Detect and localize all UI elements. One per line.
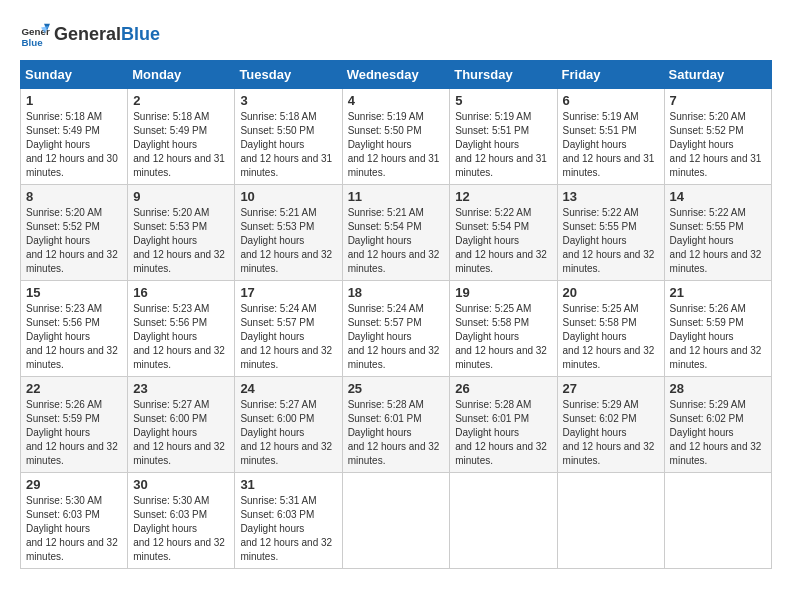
day-info: Sunrise: 5:24 AM Sunset: 5:57 PM Dayligh…: [240, 302, 336, 372]
day-number: 15: [26, 285, 122, 300]
day-info: Sunrise: 5:18 AM Sunset: 5:49 PM Dayligh…: [133, 110, 229, 180]
day-info: Sunrise: 5:30 AM Sunset: 6:03 PM Dayligh…: [133, 494, 229, 564]
calendar-day-12: 12 Sunrise: 5:22 AM Sunset: 5:54 PM Dayl…: [450, 185, 557, 281]
calendar-day-14: 14 Sunrise: 5:22 AM Sunset: 5:55 PM Dayl…: [664, 185, 771, 281]
day-number: 5: [455, 93, 551, 108]
page-header: General Blue GeneralBlue: [20, 20, 772, 50]
day-number: 10: [240, 189, 336, 204]
day-info: Sunrise: 5:19 AM Sunset: 5:51 PM Dayligh…: [563, 110, 659, 180]
calendar-day-10: 10 Sunrise: 5:21 AM Sunset: 5:53 PM Dayl…: [235, 185, 342, 281]
day-number: 11: [348, 189, 445, 204]
day-number: 7: [670, 93, 766, 108]
weekday-header-saturday: Saturday: [664, 61, 771, 89]
empty-cell: [342, 473, 450, 569]
day-info: Sunrise: 5:29 AM Sunset: 6:02 PM Dayligh…: [563, 398, 659, 468]
calendar-day-5: 5 Sunrise: 5:19 AM Sunset: 5:51 PM Dayli…: [450, 89, 557, 185]
calendar-day-4: 4 Sunrise: 5:19 AM Sunset: 5:50 PM Dayli…: [342, 89, 450, 185]
day-number: 30: [133, 477, 229, 492]
calendar-day-26: 26 Sunrise: 5:28 AM Sunset: 6:01 PM Dayl…: [450, 377, 557, 473]
calendar-day-9: 9 Sunrise: 5:20 AM Sunset: 5:53 PM Dayli…: [128, 185, 235, 281]
calendar-week-3: 15 Sunrise: 5:23 AM Sunset: 5:56 PM Dayl…: [21, 281, 772, 377]
calendar-day-13: 13 Sunrise: 5:22 AM Sunset: 5:55 PM Dayl…: [557, 185, 664, 281]
day-number: 3: [240, 93, 336, 108]
calendar-day-25: 25 Sunrise: 5:28 AM Sunset: 6:01 PM Dayl…: [342, 377, 450, 473]
weekday-header-sunday: Sunday: [21, 61, 128, 89]
logo: General Blue GeneralBlue: [20, 20, 160, 50]
day-number: 23: [133, 381, 229, 396]
calendar-table: SundayMondayTuesdayWednesdayThursdayFrid…: [20, 60, 772, 569]
calendar-day-30: 30 Sunrise: 5:30 AM Sunset: 6:03 PM Dayl…: [128, 473, 235, 569]
calendar-day-16: 16 Sunrise: 5:23 AM Sunset: 5:56 PM Dayl…: [128, 281, 235, 377]
calendar-body: 1 Sunrise: 5:18 AM Sunset: 5:49 PM Dayli…: [21, 89, 772, 569]
day-info: Sunrise: 5:23 AM Sunset: 5:56 PM Dayligh…: [133, 302, 229, 372]
day-number: 2: [133, 93, 229, 108]
calendar-day-17: 17 Sunrise: 5:24 AM Sunset: 5:57 PM Dayl…: [235, 281, 342, 377]
day-info: Sunrise: 5:24 AM Sunset: 5:57 PM Dayligh…: [348, 302, 445, 372]
day-info: Sunrise: 5:18 AM Sunset: 5:50 PM Dayligh…: [240, 110, 336, 180]
day-number: 31: [240, 477, 336, 492]
day-info: Sunrise: 5:21 AM Sunset: 5:53 PM Dayligh…: [240, 206, 336, 276]
day-info: Sunrise: 5:29 AM Sunset: 6:02 PM Dayligh…: [670, 398, 766, 468]
empty-cell: [557, 473, 664, 569]
calendar-day-11: 11 Sunrise: 5:21 AM Sunset: 5:54 PM Dayl…: [342, 185, 450, 281]
day-number: 21: [670, 285, 766, 300]
day-number: 19: [455, 285, 551, 300]
day-number: 14: [670, 189, 766, 204]
calendar-day-31: 31 Sunrise: 5:31 AM Sunset: 6:03 PM Dayl…: [235, 473, 342, 569]
weekday-header-monday: Monday: [128, 61, 235, 89]
day-info: Sunrise: 5:26 AM Sunset: 5:59 PM Dayligh…: [670, 302, 766, 372]
day-number: 8: [26, 189, 122, 204]
day-number: 25: [348, 381, 445, 396]
calendar-day-29: 29 Sunrise: 5:30 AM Sunset: 6:03 PM Dayl…: [21, 473, 128, 569]
calendar-day-27: 27 Sunrise: 5:29 AM Sunset: 6:02 PM Dayl…: [557, 377, 664, 473]
calendar-day-24: 24 Sunrise: 5:27 AM Sunset: 6:00 PM Dayl…: [235, 377, 342, 473]
day-info: Sunrise: 5:20 AM Sunset: 5:52 PM Dayligh…: [670, 110, 766, 180]
day-number: 28: [670, 381, 766, 396]
day-number: 6: [563, 93, 659, 108]
logo-icon: General Blue: [20, 20, 50, 50]
day-number: 29: [26, 477, 122, 492]
day-info: Sunrise: 5:19 AM Sunset: 5:51 PM Dayligh…: [455, 110, 551, 180]
day-info: Sunrise: 5:28 AM Sunset: 6:01 PM Dayligh…: [348, 398, 445, 468]
day-info: Sunrise: 5:28 AM Sunset: 6:01 PM Dayligh…: [455, 398, 551, 468]
calendar-week-4: 22 Sunrise: 5:26 AM Sunset: 5:59 PM Dayl…: [21, 377, 772, 473]
calendar-day-20: 20 Sunrise: 5:25 AM Sunset: 5:58 PM Dayl…: [557, 281, 664, 377]
day-number: 26: [455, 381, 551, 396]
day-number: 9: [133, 189, 229, 204]
day-number: 27: [563, 381, 659, 396]
day-info: Sunrise: 5:20 AM Sunset: 5:52 PM Dayligh…: [26, 206, 122, 276]
calendar-day-2: 2 Sunrise: 5:18 AM Sunset: 5:49 PM Dayli…: [128, 89, 235, 185]
day-number: 16: [133, 285, 229, 300]
calendar-day-22: 22 Sunrise: 5:26 AM Sunset: 5:59 PM Dayl…: [21, 377, 128, 473]
empty-cell: [664, 473, 771, 569]
empty-cell: [450, 473, 557, 569]
weekday-header-thursday: Thursday: [450, 61, 557, 89]
day-number: 20: [563, 285, 659, 300]
day-info: Sunrise: 5:30 AM Sunset: 6:03 PM Dayligh…: [26, 494, 122, 564]
day-number: 13: [563, 189, 659, 204]
calendar-day-28: 28 Sunrise: 5:29 AM Sunset: 6:02 PM Dayl…: [664, 377, 771, 473]
calendar-week-2: 8 Sunrise: 5:20 AM Sunset: 5:52 PM Dayli…: [21, 185, 772, 281]
calendar-day-6: 6 Sunrise: 5:19 AM Sunset: 5:51 PM Dayli…: [557, 89, 664, 185]
day-number: 17: [240, 285, 336, 300]
calendar-day-21: 21 Sunrise: 5:26 AM Sunset: 5:59 PM Dayl…: [664, 281, 771, 377]
calendar-day-7: 7 Sunrise: 5:20 AM Sunset: 5:52 PM Dayli…: [664, 89, 771, 185]
day-number: 4: [348, 93, 445, 108]
day-number: 1: [26, 93, 122, 108]
day-info: Sunrise: 5:27 AM Sunset: 6:00 PM Dayligh…: [240, 398, 336, 468]
logo-text: GeneralBlue: [54, 25, 160, 45]
day-info: Sunrise: 5:23 AM Sunset: 5:56 PM Dayligh…: [26, 302, 122, 372]
svg-text:Blue: Blue: [22, 37, 44, 48]
calendar-header: SundayMondayTuesdayWednesdayThursdayFrid…: [21, 61, 772, 89]
day-info: Sunrise: 5:18 AM Sunset: 5:49 PM Dayligh…: [26, 110, 122, 180]
day-info: Sunrise: 5:22 AM Sunset: 5:55 PM Dayligh…: [563, 206, 659, 276]
day-number: 18: [348, 285, 445, 300]
day-info: Sunrise: 5:22 AM Sunset: 5:54 PM Dayligh…: [455, 206, 551, 276]
day-info: Sunrise: 5:21 AM Sunset: 5:54 PM Dayligh…: [348, 206, 445, 276]
day-info: Sunrise: 5:20 AM Sunset: 5:53 PM Dayligh…: [133, 206, 229, 276]
calendar-day-23: 23 Sunrise: 5:27 AM Sunset: 6:00 PM Dayl…: [128, 377, 235, 473]
day-info: Sunrise: 5:25 AM Sunset: 5:58 PM Dayligh…: [455, 302, 551, 372]
day-info: Sunrise: 5:26 AM Sunset: 5:59 PM Dayligh…: [26, 398, 122, 468]
day-info: Sunrise: 5:31 AM Sunset: 6:03 PM Dayligh…: [240, 494, 336, 564]
weekday-header-tuesday: Tuesday: [235, 61, 342, 89]
